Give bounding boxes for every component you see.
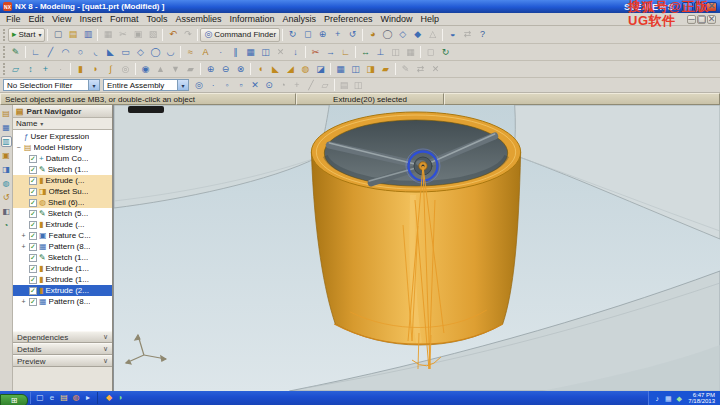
shell-icon[interactable]: ◍ [298,62,313,76]
geometric-constraints-icon[interactable]: ⊥ [373,45,388,59]
tree-checkbox[interactable]: ✓ [29,232,37,240]
snap-point-options-icon[interactable]: ◎ [192,78,206,92]
graphics-window[interactable] [113,105,720,391]
tree-expander-icon[interactable]: + [20,232,27,239]
tree-item-pattern-8-[interactable]: +✓▦Pattern (8... [13,241,112,252]
make-corner-icon[interactable]: ∟ [338,45,353,59]
stop-at-intersection-icon[interactable]: ◫ [351,78,365,92]
tree-item-feature-c-[interactable]: +✓▣Feature C... [13,230,112,241]
folder-icon[interactable]: ▤ [58,392,70,404]
wireframe-display-icon[interactable]: ◯ [380,28,395,42]
rapid-dimension-icon[interactable]: ↔ [358,45,373,59]
tree-checkbox[interactable]: ✓ [29,166,37,174]
control-point-icon[interactable]: ▫ [234,78,248,92]
section-preview[interactable]: Preview∨ [13,355,112,367]
conic-icon[interactable]: ◡ [163,45,178,59]
part-navigator-icon[interactable]: ▥ [1,136,12,147]
system-materials-icon[interactable]: ◧ [1,206,12,217]
arc-icon[interactable]: ◠ [58,45,73,59]
point-set-icon[interactable]: ∙ [53,62,68,76]
quadrant-point-icon[interactable]: ◔ [276,78,290,92]
tree-checkbox[interactable]: ✓ [29,210,37,218]
menu-help[interactable]: Help [417,14,444,24]
tree-item-extrude-[interactable]: ✓▮Extrude (... [13,219,112,230]
edge-blend-icon[interactable]: ◖ [253,62,268,76]
end-point-icon[interactable]: ∙ [206,78,220,92]
media-player-icon[interactable]: ▸ [82,392,94,404]
shaded-with-edges-icon[interactable]: ◕ [365,28,380,42]
mirror-curve-icon[interactable]: ◫ [258,45,273,59]
paste-icon[interactable]: ▧ [145,28,160,42]
undo-icon[interactable]: ↶ [165,28,180,42]
print-icon[interactable]: ▦ [100,28,115,42]
subtract-icon[interactable]: ⊖ [218,62,233,76]
update-model-icon[interactable]: ↻ [438,45,453,59]
menu-format[interactable]: Format [106,14,143,24]
network-icon[interactable]: ▦ [663,393,673,403]
move-object-icon[interactable]: ⇄ [460,28,475,42]
name-column-header[interactable]: Name ▾ [13,118,112,130]
roles-icon[interactable]: ◔ [1,220,12,231]
menu-insert[interactable]: Insert [75,14,106,24]
3d-scene[interactable] [114,105,720,391]
toolbar-grip[interactable] [3,63,6,75]
trimetric-view-icon[interactable]: ◆ [410,28,425,42]
quick-extend-icon[interactable]: → [323,45,338,59]
point-on-face-icon[interactable]: ▱ [318,78,332,92]
chamfer-feature-icon[interactable]: ◣ [268,62,283,76]
tube-icon[interactable]: ◎ [118,62,133,76]
messenger-icon[interactable]: ◗ [115,392,127,404]
assembly-navigator-icon[interactable]: ▤ [1,108,12,119]
chevron-down-icon[interactable]: ▾ [88,80,99,90]
move-face-icon[interactable]: ⇄ [413,62,428,76]
tree-item-user-expression[interactable]: ƒUser Expression [13,131,112,142]
tree-checkbox[interactable]: ✓ [29,188,37,196]
tree-checkbox[interactable]: ✓ [29,254,37,262]
toolbar-grip[interactable] [3,46,6,58]
circle-icon[interactable]: ○ [73,45,88,59]
point-icon[interactable]: ∙ [213,45,228,59]
tree-item-sketch-5-[interactable]: ✓✎Sketch (5... [13,208,112,219]
menu-window[interactable]: Window [377,14,417,24]
profile-icon[interactable]: ∟ [28,45,43,59]
cut-icon[interactable]: ✂ [115,28,130,42]
command-finder-button[interactable]: ◎Command Finder [200,28,280,42]
chevron-down-icon[interactable]: ▾ [177,80,188,90]
start-button[interactable]: ⊞ [0,394,28,405]
new-file-icon[interactable]: ▢ [50,28,65,42]
datum-csys-icon[interactable]: + [38,62,53,76]
refresh-view-icon[interactable]: ↻ [285,28,300,42]
pad-icon[interactable]: ▰ [183,62,198,76]
tree-item-model-history[interactable]: −▤Model History [13,142,112,153]
thicken-icon[interactable]: ▰ [378,62,393,76]
datum-plane-icon[interactable]: ▱ [8,62,23,76]
show-desktop-icon[interactable]: ▢ [34,392,46,404]
top-level-selection-icon[interactable]: ▤ [337,78,351,92]
hd3d-tool-icon[interactable]: ◨ [1,164,12,175]
menu-information[interactable]: Information [225,14,278,24]
web-browser-icon[interactable]: ◍ [1,178,12,189]
intersect-icon[interactable]: ⊗ [233,62,248,76]
section-details[interactable]: Details∨ [13,343,112,355]
hole-icon[interactable]: ◉ [138,62,153,76]
menu-assemblies[interactable]: Assemblies [171,14,225,24]
menu-file[interactable]: File [2,14,25,24]
fillet-icon[interactable]: ◟ [88,45,103,59]
tree-item-extrude-2-[interactable]: ✓▮Extrude (2... [13,285,112,296]
tree-checkbox[interactable]: ✓ [29,276,37,284]
chamfer-icon[interactable]: ◣ [103,45,118,59]
toolbar-grip[interactable] [3,29,6,41]
trim-body-icon[interactable]: ◪ [313,62,328,76]
pocket-icon[interactable]: ▼ [168,62,183,76]
tree-expander-icon[interactable]: + [20,298,27,305]
tree-item-sketch-1-[interactable]: ✓✎Sketch (1... [13,164,112,175]
tree-checkbox[interactable]: ✓ [29,155,37,163]
tree-item-extrude-1-[interactable]: ✓▮Extrude (1... [13,263,112,274]
zoom-icon[interactable]: ⊕ [315,28,330,42]
firefox-icon[interactable]: ◍ [70,392,82,404]
mirror-feature-icon[interactable]: ◫ [348,62,363,76]
display-sketch-constraints-icon[interactable]: ▦ [403,45,418,59]
make-symmetric-icon[interactable]: ◫ [388,45,403,59]
text-icon[interactable]: A [198,45,213,59]
save-icon[interactable]: ▥ [80,28,95,42]
